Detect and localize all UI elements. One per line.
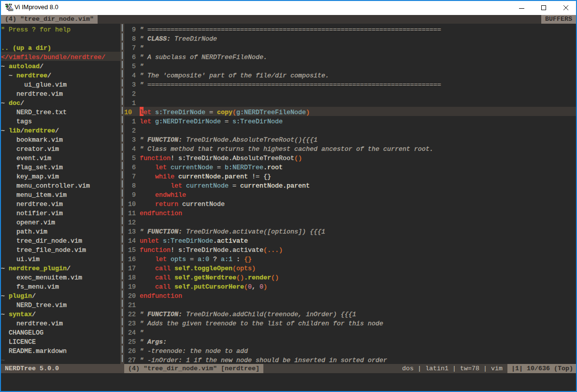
svg-text:im: im — [9, 7, 13, 12]
